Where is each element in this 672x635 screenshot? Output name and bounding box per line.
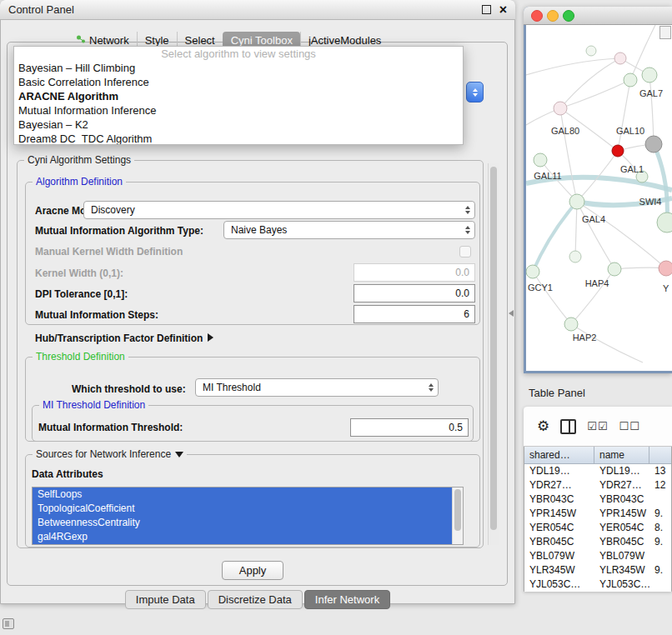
algorithm-menu-item[interactable]: Bayesian – K2 — [14, 118, 463, 132]
network-node[interactable] — [608, 262, 621, 276]
tab-impute-data[interactable]: Impute Data — [125, 590, 206, 609]
network-node[interactable] — [569, 251, 581, 262]
table-row[interactable]: YLR345WYLR345W9. — [524, 563, 671, 578]
which-threshold-combobox[interactable]: MI Threshold — [195, 378, 439, 397]
network-edge — [654, 144, 667, 222]
network-node[interactable] — [645, 136, 662, 152]
network-node[interactable] — [526, 265, 539, 278]
close-icon[interactable]: × — [499, 6, 507, 14]
network-edge — [649, 75, 654, 144]
table-row[interactable]: YJL053C…YJL053C… — [524, 578, 671, 592]
network-node[interactable] — [614, 52, 626, 64]
list-scrollbar[interactable] — [452, 488, 463, 544]
mi-threshold-value: 0.5 — [449, 422, 463, 433]
network-canvas[interactable]: GAL80GAL10GAL11GAL1SWI4GAL4GCY1HAP4HAP2G… — [526, 25, 672, 371]
settings-scrollbar[interactable] — [488, 163, 499, 545]
cyni-bottom-tab-bar: Impute DataDiscretize DataInfer Network — [0, 589, 515, 609]
expand-arrow-icon[interactable] — [208, 333, 213, 342]
manual-kernel-checkbox[interactable] — [459, 246, 471, 258]
table-row[interactable]: YBL079WYBL079W — [524, 549, 671, 563]
tab-label: jActiveModules — [308, 34, 381, 47]
table-cell: YDL19… — [524, 464, 594, 478]
network-node-label: GAL1 — [620, 164, 644, 174]
algorithm-definition-legend: Algorithm Definition — [33, 176, 126, 188]
network-edge — [560, 58, 620, 108]
dpi-tolerance-field[interactable]: 0.0 — [354, 284, 475, 302]
tab-discretize-data[interactable]: Discretize Data — [208, 590, 303, 609]
network-edge — [560, 80, 630, 108]
kernel-width-field[interactable]: 0.0 — [354, 263, 475, 282]
network-node-label: Y — [663, 283, 669, 293]
down-arrow-icon — [473, 93, 478, 97]
gear-icon[interactable]: ⚙ — [537, 419, 549, 433]
table-panel-title: Table Panel — [529, 387, 585, 399]
data-attributes-list[interactable]: SelfLoopsTopologicalCoefficientBetweenne… — [32, 487, 464, 545]
network-node[interactable] — [659, 261, 672, 276]
tab-infer-network[interactable]: Infer Network — [304, 590, 390, 609]
algorithm-menu-item[interactable]: Mutual Information Inference — [14, 103, 463, 118]
algorithm-menu-item[interactable]: ARACNE Algorithm — [14, 89, 463, 103]
table-cell: 12 — [649, 478, 671, 492]
threshold-definition-legend: Threshold Definition — [33, 351, 128, 362]
column-header[interactable]: name — [594, 447, 649, 464]
traffic-light-close-icon[interactable] — [531, 10, 543, 22]
table-row[interactable]: YBR043CYBR043C — [524, 492, 671, 507]
tab-label: Cyni Toolbox — [231, 34, 293, 47]
attribute-list-item[interactable]: TopologicalCoefficient — [33, 502, 454, 516]
panel-splitter-arrow[interactable] — [509, 310, 514, 317]
network-node[interactable] — [554, 102, 567, 115]
table-cell: 9. — [649, 535, 671, 549]
mi-steps-value: 6 — [464, 308, 469, 320]
network-node[interactable] — [564, 318, 578, 331]
network-node[interactable] — [586, 46, 596, 56]
scrollbar-thumb[interactable] — [490, 167, 497, 530]
columns-icon[interactable] — [560, 419, 576, 434]
algorithm-menu-item[interactable]: Bayesian – Hill Climbing — [14, 61, 463, 75]
table-row[interactable]: YPR145WYPR145W9. — [524, 507, 671, 521]
mi-type-label: Mutual Information Algorithm Type: — [35, 225, 203, 237]
algorithm-menu-item[interactable]: Dream8 DC_TDC Algorithm — [14, 132, 463, 145]
panel-dock-icon[interactable] — [3, 618, 14, 629]
attribute-list-item[interactable]: gal4RGexp — [33, 530, 454, 544]
attribute-list-item[interactable]: BetweennessCentrality — [33, 516, 454, 530]
algorithm-menu-item[interactable]: Basic Correlation Inference — [14, 75, 463, 89]
network-node[interactable] — [657, 212, 672, 232]
clear-selection-checkbox-icon[interactable]: ☐☐ — [619, 420, 640, 432]
sources-legend[interactable]: Sources for Network Inference — [33, 448, 187, 460]
control-panel-titlebar: Control Panel × — [0, 0, 515, 20]
apply-button[interactable]: Apply — [222, 561, 283, 580]
which-threshold-value: MI Threshold — [203, 382, 261, 393]
scrollbar-thumb[interactable] — [454, 489, 461, 531]
table-row[interactable]: YBR045CYBR045C9. — [524, 535, 671, 549]
network-node[interactable] — [642, 68, 657, 82]
select-all-checkbox-icon[interactable]: ☑☑ — [587, 420, 608, 432]
table-row[interactable]: YDL19…YDL19…13 — [524, 464, 671, 478]
network-node-label: GCY1 — [528, 282, 553, 292]
table-cell: 9. — [649, 563, 671, 578]
network-overview-toggle[interactable] — [659, 26, 671, 39]
attribute-list-item[interactable]: SelfLoops — [33, 488, 454, 502]
hub-definition-toggle[interactable]: Hub/Transcription Factor Definition — [35, 332, 213, 344]
network-node[interactable] — [569, 194, 584, 209]
data-attributes-label: Data Attributes — [32, 468, 103, 480]
network-node[interactable] — [612, 145, 624, 157]
table-cell: YPR145W — [594, 507, 649, 521]
network-node[interactable] — [624, 73, 637, 87]
dpi-tolerance-label: DPI Tolerance [0,1]: — [35, 288, 128, 300]
network-node-label: HAP2 — [573, 332, 597, 342]
mi-threshold-field[interactable]: 0.5 — [350, 418, 469, 437]
table-row[interactable]: YDR27…YDR27…12 — [524, 478, 671, 492]
float-window-icon[interactable] — [482, 5, 491, 14]
table-row[interactable]: YER054CYER054C8. — [524, 521, 671, 535]
mi-type-combobox[interactable]: Naive Bayes — [223, 221, 475, 239]
collapse-arrow-icon[interactable] — [175, 452, 183, 458]
table-cell: YBR043C — [524, 492, 594, 507]
mi-steps-field[interactable]: 6 — [354, 305, 475, 323]
column-header[interactable]: shared… — [524, 447, 594, 464]
traffic-light-zoom-icon[interactable] — [563, 10, 574, 22]
column-header[interactable] — [649, 447, 671, 464]
aracne-mode-combobox[interactable]: Discovery — [83, 201, 475, 219]
network-node[interactable] — [534, 153, 547, 167]
algorithm-combobox-stepper[interactable] — [466, 82, 484, 102]
traffic-light-minimize-icon[interactable] — [547, 10, 559, 22]
